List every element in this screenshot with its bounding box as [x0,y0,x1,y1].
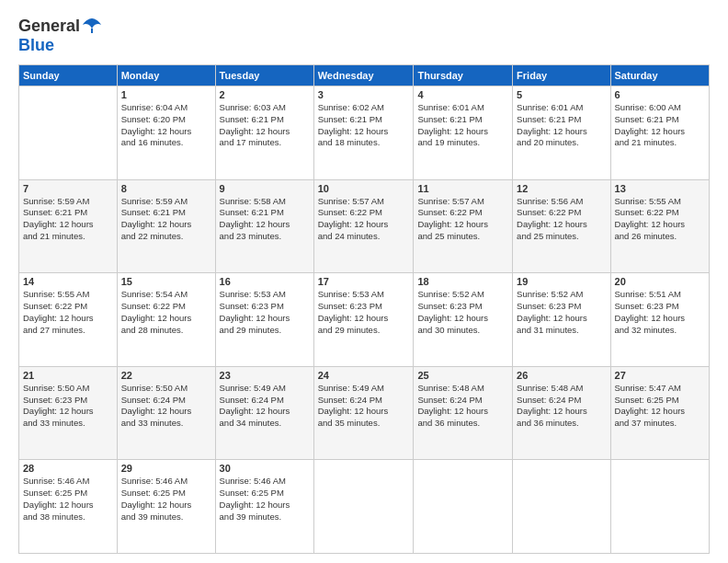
calendar: SundayMondayTuesdayWednesdayThursdayFrid… [18,64,710,554]
weekday-header: Monday [117,65,215,86]
day-number: 23 [220,370,310,381]
day-info: Sunrise: 5:59 AMSunset: 6:21 PMDaylight:… [23,196,113,243]
calendar-week-row: 1Sunrise: 6:04 AMSunset: 6:20 PMDaylight… [19,86,710,180]
day-number: 25 [417,370,508,381]
calendar-cell: 11Sunrise: 5:57 AMSunset: 6:22 PMDayligh… [414,179,513,273]
day-number: 5 [517,89,606,100]
day-number: 8 [121,183,211,194]
day-info: Sunrise: 6:01 AMSunset: 6:21 PMDaylight:… [517,102,606,149]
day-number: 1 [121,89,211,100]
weekday-header: Sunday [19,65,118,86]
day-number: 27 [615,370,705,381]
calendar-cell: 17Sunrise: 5:53 AMSunset: 6:23 PMDayligh… [313,273,414,367]
weekday-header: Wednesday [313,65,414,86]
calendar-cell: 10Sunrise: 5:57 AMSunset: 6:22 PMDayligh… [313,179,414,273]
calendar-cell: 15Sunrise: 5:54 AMSunset: 6:22 PMDayligh… [117,273,215,367]
calendar-cell: 22Sunrise: 5:50 AMSunset: 6:24 PMDayligh… [117,366,215,460]
calendar-cell: 14Sunrise: 5:55 AMSunset: 6:22 PMDayligh… [19,273,118,367]
day-info: Sunrise: 6:02 AMSunset: 6:21 PMDaylight:… [318,102,410,149]
day-info: Sunrise: 5:48 AMSunset: 6:24 PMDaylight:… [517,383,606,430]
weekday-header: Tuesday [215,65,313,86]
calendar-cell: 13Sunrise: 5:55 AMSunset: 6:22 PMDayligh… [610,179,709,273]
day-info: Sunrise: 5:53 AMSunset: 6:23 PMDaylight:… [318,289,410,336]
day-info: Sunrise: 5:59 AMSunset: 6:21 PMDaylight:… [121,196,211,243]
day-number: 29 [121,463,211,474]
day-number: 18 [417,276,508,287]
day-info: Sunrise: 6:03 AMSunset: 6:21 PMDaylight:… [220,102,310,149]
calendar-cell: 21Sunrise: 5:50 AMSunset: 6:23 PMDayligh… [19,366,118,460]
page: General Blue SundayMondayTuesdayWednesda… [0,0,728,563]
day-info: Sunrise: 6:01 AMSunset: 6:21 PMDaylight:… [417,102,508,149]
day-number: 26 [517,370,606,381]
calendar-cell [610,460,709,554]
calendar-cell: 30Sunrise: 5:46 AMSunset: 6:25 PMDayligh… [215,460,313,554]
day-info: Sunrise: 5:50 AMSunset: 6:23 PMDaylight:… [23,383,113,430]
calendar-cell [19,86,118,180]
calendar-cell: 3Sunrise: 6:02 AMSunset: 6:21 PMDaylight… [313,86,414,180]
calendar-cell: 27Sunrise: 5:47 AMSunset: 6:25 PMDayligh… [610,366,709,460]
day-info: Sunrise: 5:52 AMSunset: 6:23 PMDaylight:… [517,289,606,336]
weekday-header-row: SundayMondayTuesdayWednesdayThursdayFrid… [19,65,710,86]
day-info: Sunrise: 5:55 AMSunset: 6:22 PMDaylight:… [615,196,705,243]
calendar-cell: 24Sunrise: 5:49 AMSunset: 6:24 PMDayligh… [313,366,414,460]
logo-blue: Blue [18,36,54,55]
calendar-week-row: 7Sunrise: 5:59 AMSunset: 6:21 PMDaylight… [19,179,710,273]
day-number: 14 [23,276,113,287]
calendar-week-row: 28Sunrise: 5:46 AMSunset: 6:25 PMDayligh… [19,460,710,554]
day-info: Sunrise: 5:56 AMSunset: 6:22 PMDaylight:… [517,196,606,243]
logo-bird-icon [82,17,102,34]
day-number: 16 [220,276,310,287]
day-info: Sunrise: 5:57 AMSunset: 6:22 PMDaylight:… [417,196,508,243]
day-number: 24 [318,370,410,381]
day-info: Sunrise: 5:57 AMSunset: 6:22 PMDaylight:… [318,196,410,243]
calendar-cell: 1Sunrise: 6:04 AMSunset: 6:20 PMDaylight… [117,86,215,180]
day-info: Sunrise: 5:50 AMSunset: 6:24 PMDaylight:… [121,383,211,430]
day-number: 4 [417,89,508,100]
day-number: 2 [220,89,310,100]
day-info: Sunrise: 5:46 AMSunset: 6:25 PMDaylight:… [23,476,113,523]
day-number: 22 [121,370,211,381]
day-number: 10 [318,183,410,194]
calendar-cell: 26Sunrise: 5:48 AMSunset: 6:24 PMDayligh… [513,366,610,460]
calendar-cell: 5Sunrise: 6:01 AMSunset: 6:21 PMDaylight… [513,86,610,180]
day-info: Sunrise: 5:52 AMSunset: 6:23 PMDaylight:… [417,289,508,336]
day-info: Sunrise: 5:51 AMSunset: 6:23 PMDaylight:… [615,289,705,336]
calendar-cell [513,460,610,554]
day-info: Sunrise: 5:53 AMSunset: 6:23 PMDaylight:… [220,289,310,336]
day-info: Sunrise: 5:48 AMSunset: 6:24 PMDaylight:… [417,383,508,430]
day-number: 6 [615,89,705,100]
calendar-cell: 9Sunrise: 5:58 AMSunset: 6:21 PMDaylight… [215,179,313,273]
day-info: Sunrise: 6:04 AMSunset: 6:20 PMDaylight:… [121,102,211,149]
calendar-cell: 16Sunrise: 5:53 AMSunset: 6:23 PMDayligh… [215,273,313,367]
calendar-cell [414,460,513,554]
day-number: 17 [318,276,410,287]
day-number: 12 [517,183,606,194]
weekday-header: Thursday [414,65,513,86]
day-info: Sunrise: 5:55 AMSunset: 6:22 PMDaylight:… [23,289,113,336]
day-number: 30 [220,463,310,474]
day-info: Sunrise: 5:54 AMSunset: 6:22 PMDaylight:… [121,289,211,336]
day-info: Sunrise: 5:47 AMSunset: 6:25 PMDaylight:… [615,383,705,430]
calendar-week-row: 14Sunrise: 5:55 AMSunset: 6:22 PMDayligh… [19,273,710,367]
calendar-cell: 7Sunrise: 5:59 AMSunset: 6:21 PMDaylight… [19,179,118,273]
logo: General Blue [18,17,102,55]
day-number: 11 [417,183,508,194]
calendar-cell: 19Sunrise: 5:52 AMSunset: 6:23 PMDayligh… [513,273,610,367]
day-number: 28 [23,463,113,474]
calendar-cell: 12Sunrise: 5:56 AMSunset: 6:22 PMDayligh… [513,179,610,273]
day-number: 13 [615,183,705,194]
day-number: 20 [615,276,705,287]
calendar-cell: 2Sunrise: 6:03 AMSunset: 6:21 PMDaylight… [215,86,313,180]
logo-general: General [18,17,80,36]
calendar-cell: 20Sunrise: 5:51 AMSunset: 6:23 PMDayligh… [610,273,709,367]
logo-text: General [18,17,102,36]
day-info: Sunrise: 5:58 AMSunset: 6:21 PMDaylight:… [220,196,310,243]
day-number: 3 [318,89,410,100]
calendar-cell: 23Sunrise: 5:49 AMSunset: 6:24 PMDayligh… [215,366,313,460]
calendar-cell: 25Sunrise: 5:48 AMSunset: 6:24 PMDayligh… [414,366,513,460]
day-number: 9 [220,183,310,194]
day-info: Sunrise: 5:49 AMSunset: 6:24 PMDaylight:… [220,383,310,430]
calendar-cell: 4Sunrise: 6:01 AMSunset: 6:21 PMDaylight… [414,86,513,180]
calendar-cell: 6Sunrise: 6:00 AMSunset: 6:21 PMDaylight… [610,86,709,180]
weekday-header: Saturday [610,65,709,86]
